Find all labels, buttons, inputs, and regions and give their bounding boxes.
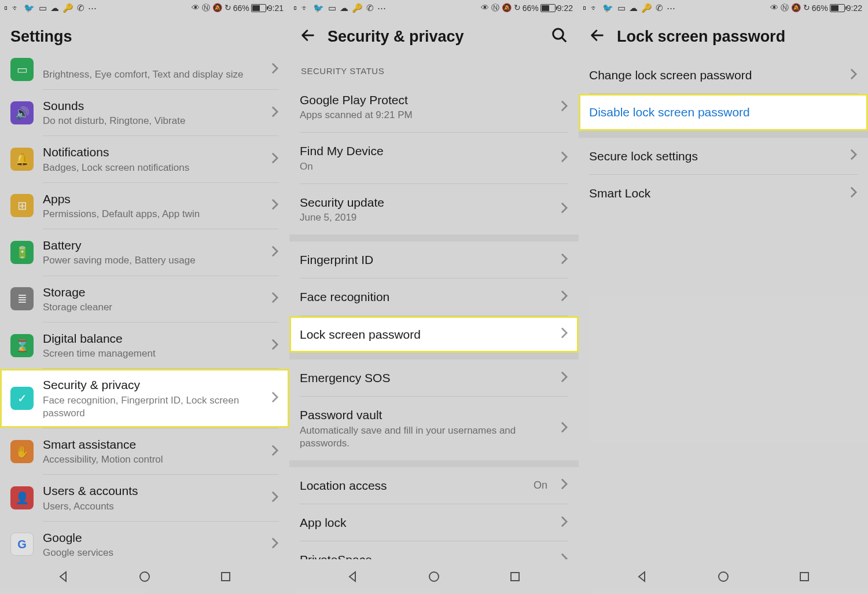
clock: 9:21 xyxy=(268,3,284,13)
row-privatespace[interactable]: PrivateSpace xyxy=(289,541,579,559)
row-subtitle: Face recognition, Fingerprint ID, Lock s… xyxy=(43,394,262,420)
row-app-lock[interactable]: App lock xyxy=(289,504,579,541)
battery-icon xyxy=(540,4,556,12)
nav-bar xyxy=(579,559,868,594)
user-icon: 👤 xyxy=(10,486,34,509)
screen-security-privacy: ▯ ᯤ 🐦 ▭ ☁ 🔑 ✆ ⋯ 👁 Ⓝ 🔕 ↻ 66% 9:22 Securit… xyxy=(289,0,579,594)
row-find-my-device[interactable]: Find My DeviceOn xyxy=(289,133,579,183)
row-title: Google xyxy=(43,530,262,545)
nav-recents[interactable] xyxy=(795,567,814,586)
row-smart-assistance[interactable]: ✋ Smart assistanceAccessibility, Motion … xyxy=(0,428,289,474)
svg-point-0 xyxy=(140,572,149,581)
row-title: Security & privacy xyxy=(43,377,262,393)
chevron-right-icon xyxy=(271,198,279,213)
row-subtitle: On xyxy=(300,160,551,173)
row-digital-balance[interactable]: ⌛ Digital balanceScreen time management xyxy=(0,322,289,368)
chevron-right-icon xyxy=(560,289,568,305)
status-left-icons: ▯ ᯤ 🐦 ▭ ☁ 🔑 ✆ ⋯ xyxy=(3,3,97,13)
row-title: Disable lock screen password xyxy=(589,104,858,120)
row-smart-lock[interactable]: Smart Lock xyxy=(579,175,868,211)
nav-recents[interactable] xyxy=(216,567,235,586)
svg-rect-4 xyxy=(511,573,519,581)
row-secure-lock-settings[interactable]: Secure lock settings xyxy=(579,138,868,174)
screen-settings: ▯ ᯤ 🐦 ▭ ☁ 🔑 ✆ ⋯ 👁 Ⓝ 🔕 ↻ 66% 9:21 Setting… xyxy=(0,0,289,594)
row-security-update[interactable]: Security updateJune 5, 2019 xyxy=(289,184,579,234)
row-notifications[interactable]: 🔔 NotificationsBadges, Lock screen notif… xyxy=(0,136,289,182)
clock: 9:22 xyxy=(557,3,573,13)
display-icon: ▭ xyxy=(10,58,34,81)
row-sounds[interactable]: 🔊 SoundsDo not disturb, Ringtone, Vibrat… xyxy=(0,90,289,135)
row-title: Google Play Protect xyxy=(300,92,551,108)
row-title: Emergency SOS xyxy=(300,370,551,386)
sounds-icon: 🔊 xyxy=(10,101,34,124)
row-face-recognition[interactable]: Face recognition xyxy=(289,278,579,315)
nav-home[interactable] xyxy=(714,567,733,586)
status-right-icons: 👁 Ⓝ 🔕 ↻ xyxy=(770,3,810,13)
chevron-right-icon xyxy=(560,100,568,115)
nav-home[interactable] xyxy=(135,567,154,586)
row-password-vault[interactable]: Password vaultAutomatically save and fil… xyxy=(289,397,579,460)
nav-recents[interactable] xyxy=(506,567,524,586)
row-lock-screen-password[interactable]: Lock screen password xyxy=(289,316,579,353)
search-icon[interactable] xyxy=(551,27,568,46)
page-title: Settings xyxy=(10,28,279,46)
row-play-protect[interactable]: Google Play ProtectApps scanned at 9:21 … xyxy=(289,82,579,132)
row-title: Change lock screen password xyxy=(589,67,840,83)
row-trailing-value: On xyxy=(534,479,547,492)
chevron-right-icon xyxy=(271,152,279,167)
row-subtitle: Google services xyxy=(43,547,262,559)
row-subtitle: Automatically save and fill in your user… xyxy=(300,424,551,450)
row-title: Face recognition xyxy=(300,289,551,305)
svg-point-3 xyxy=(429,572,439,581)
storage-icon: ≣ xyxy=(10,287,34,310)
chevron-right-icon xyxy=(271,105,279,120)
back-button[interactable] xyxy=(589,27,605,46)
row-disable-lock-password[interactable]: Disable lock screen password xyxy=(579,94,868,130)
hand-icon: ✋ xyxy=(10,440,34,463)
nav-back[interactable] xyxy=(54,567,73,586)
back-button[interactable] xyxy=(300,27,316,46)
row-subtitle: Screen time management xyxy=(43,347,262,360)
row-title: Location access xyxy=(300,478,524,493)
svg-rect-6 xyxy=(800,573,808,581)
row-title: Secure lock settings xyxy=(589,148,840,164)
nav-back[interactable] xyxy=(344,567,362,586)
row-title: Security update xyxy=(300,195,551,210)
chevron-right-icon xyxy=(560,327,568,342)
row-fingerprint-id[interactable]: Fingerprint ID xyxy=(289,241,579,278)
row-display[interactable]: ▭ DisplayBrightness, Eye comfort, Text a… xyxy=(0,50,289,89)
apps-icon: ⊞ xyxy=(10,194,34,217)
chevron-right-icon xyxy=(849,148,858,163)
row-apps[interactable]: ⊞ AppsPermissions, Default apps, App twi… xyxy=(0,183,289,229)
security-list[interactable]: SECURITY STATUS Google Play ProtectApps … xyxy=(289,57,579,559)
status-bar: ▯ ᯤ 🐦 ▭ ☁ 🔑 ✆ ⋯ 👁 Ⓝ 🔕 ↻ 66% 9:21 xyxy=(0,0,289,16)
status-right-icons: 👁 Ⓝ 🔕 ↻ xyxy=(192,3,231,13)
row-emergency-sos[interactable]: Emergency SOS xyxy=(289,360,579,396)
row-title: Smart assistance xyxy=(43,437,262,452)
status-left-icons: ▯ ᯤ 🐦 ▭ ☁ 🔑 ✆ ⋯ xyxy=(293,3,387,13)
row-security-privacy[interactable]: ✓ Security & privacyFace recognition, Fi… xyxy=(0,369,289,427)
chevron-right-icon xyxy=(560,151,568,166)
chevron-right-icon xyxy=(271,490,279,505)
battery-percent: 66% xyxy=(812,3,828,13)
row-location-access[interactable]: Location access On xyxy=(289,467,579,504)
nav-back[interactable] xyxy=(633,567,652,586)
status-bar: ▯ ᯤ 🐦 ▭ ☁ 🔑 ✆ ⋯ 👁 Ⓝ 🔕 ↻ 66% 9:22 xyxy=(289,0,579,16)
settings-list[interactable]: ▭ DisplayBrightness, Eye comfort, Text a… xyxy=(0,50,289,559)
battery-percent: 66% xyxy=(233,3,249,13)
row-storage[interactable]: ≣ StorageStorage cleaner xyxy=(0,276,289,322)
hourglass-icon: ⌛ xyxy=(10,334,34,357)
chevron-right-icon xyxy=(560,421,568,436)
chevron-right-icon xyxy=(849,186,858,201)
row-subtitle: Storage cleaner xyxy=(43,301,262,314)
row-title: Storage xyxy=(43,284,262,300)
row-battery[interactable]: 🔋 BatteryPower saving mode, Battery usag… xyxy=(0,229,289,275)
row-google[interactable]: G GoogleGoogle services xyxy=(0,522,289,559)
row-change-lock-password[interactable]: Change lock screen password xyxy=(579,57,868,93)
row-title: Notifications xyxy=(43,144,262,160)
row-users-accounts[interactable]: 👤 Users & accountsUsers, Accounts xyxy=(0,475,289,520)
nav-home[interactable] xyxy=(425,567,443,586)
row-title: Sounds xyxy=(43,98,262,113)
chevron-right-icon xyxy=(271,537,279,552)
lock-password-list[interactable]: Change lock screen password Disable lock… xyxy=(579,57,868,559)
